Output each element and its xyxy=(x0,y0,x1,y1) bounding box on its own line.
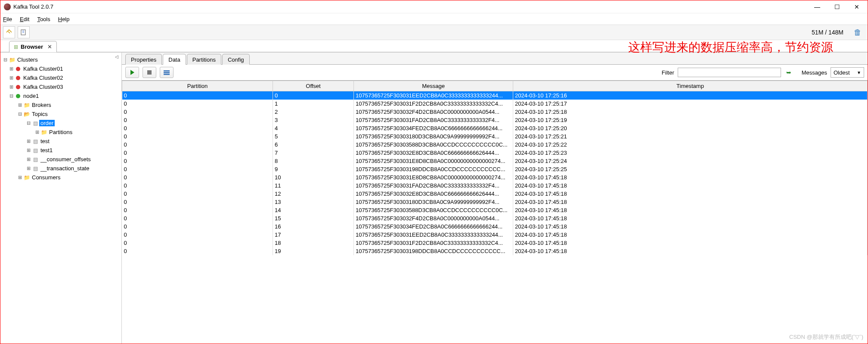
tab-data[interactable]: Data xyxy=(163,54,186,65)
tree-root-clusters[interactable]: ⊟📁 Clusters xyxy=(2,55,120,64)
table-row[interactable]: 01110757365725F303031FAD2CB8A0C333333333… xyxy=(122,181,868,190)
table-row[interactable]: 0810757365725F303031E8D8CB8A0C0000000000… xyxy=(122,157,868,165)
table-row[interactable]: 01710757365725F303031EED2CB8A0C333333333… xyxy=(122,231,868,239)
tab-partitions[interactable]: Partitions xyxy=(187,54,221,65)
menu-edit[interactable]: Edit xyxy=(20,16,29,22)
table-row[interactable]: 0910757365725F30303198DDCB8A0CCDCCCCCCCC… xyxy=(122,165,868,173)
tree-node1[interactable]: ⊟ node1 xyxy=(2,91,120,100)
table-row[interactable]: 01610757365725F303034FED2CB8A0C666666666… xyxy=(122,222,868,231)
table-row[interactable]: 0510757365725F30303180D3CB8A0C9A99999999… xyxy=(122,132,868,141)
cell-offset: 6 xyxy=(273,141,354,149)
cell-timestamp: 2024-03-10 17:25:22 xyxy=(513,141,868,149)
table-row[interactable]: 0210757365725F303032F4D2CB8A0C0000000000… xyxy=(122,108,868,116)
cell-partition: 0 xyxy=(122,141,273,149)
filter-label: Filter xyxy=(662,69,674,76)
cell-offset: 13 xyxy=(273,198,354,206)
tab-properties[interactable]: Properties xyxy=(125,54,162,65)
cell-timestamp: 2024-03-10 17:25:21 xyxy=(513,132,868,141)
cell-partition: 0 xyxy=(122,222,273,231)
cluster-tree: ⊟📁 Clusters ⊞ Kafka Cluster01 ⊞ Kafka Cl… xyxy=(0,53,121,185)
cell-message: 10757365725F303031F2D2CB8A0C333333333333… xyxy=(354,239,513,247)
cell-partition: 0 xyxy=(122,132,273,141)
table-row[interactable]: 01310757365725F30303180D3CB8A0C9A9999999… xyxy=(122,198,868,206)
cell-partition: 0 xyxy=(122,247,273,255)
play-button[interactable] xyxy=(125,67,139,78)
col-partition[interactable]: Partition xyxy=(122,81,273,91)
cell-timestamp: 2024-03-10 17:45:18 xyxy=(513,239,868,247)
toolbar-connect-button[interactable] xyxy=(3,26,15,38)
tab-config[interactable]: Config xyxy=(222,54,250,65)
cell-message: 10757365725F303032F4D2CB8A0C0000000000A0… xyxy=(354,108,513,116)
col-timestamp[interactable]: Timestamp xyxy=(513,81,868,91)
sidebar-collapse-icon[interactable]: ◁ xyxy=(114,54,120,60)
browser-tab-close[interactable]: ✕ xyxy=(47,44,52,50)
table-header-row: Partition Offset Message Timestamp xyxy=(122,81,868,91)
filter-input[interactable] xyxy=(678,68,781,77)
messages-order-select[interactable]: Oldest ▼ xyxy=(831,67,864,78)
browser-sidebar: ◁ ⊟📁 Clusters ⊞ Kafka Cluster01 ⊞ Kafka … xyxy=(0,53,122,344)
cell-offset: 5 xyxy=(273,132,354,141)
close-button[interactable]: ✕ xyxy=(847,0,867,13)
tree-consumers[interactable]: ⊞📁 Consumers xyxy=(2,173,120,182)
toolbar: 51M / 148M 🗑 xyxy=(0,25,868,40)
menu-file[interactable]: File xyxy=(3,16,12,22)
window-title: Kafka Tool 2.0.7 xyxy=(13,3,53,10)
col-offset[interactable]: Offset xyxy=(273,81,354,91)
tree-topic-consumer-offsets[interactable]: ⊞▤ __consumer_offsets xyxy=(2,155,120,164)
cell-partition: 0 xyxy=(122,124,273,132)
cell-partition: 0 xyxy=(122,91,273,100)
cell-timestamp: 2024-03-10 17:25:18 xyxy=(513,108,868,116)
cell-offset: 10 xyxy=(273,173,354,181)
cell-partition: 0 xyxy=(122,206,273,214)
toolbar-edit-button[interactable] xyxy=(18,26,30,38)
table-row[interactable]: 01010757365725F303031E8D8CB8A0C000000000… xyxy=(122,173,868,181)
menu-help[interactable]: Help xyxy=(58,16,70,22)
tree-topic-transaction-state[interactable]: ⊞▤ __transaction_state xyxy=(2,164,120,173)
table-row[interactable]: 0610757365725F30303588D3CB8A0CCDCCCCCCCC… xyxy=(122,141,868,149)
data-table-container[interactable]: Partition Offset Message Timestamp 00107… xyxy=(122,80,868,344)
watermark: CSDN @那就学有所成吧(ˉ▽ˉ) xyxy=(789,333,863,341)
tree-cluster01[interactable]: ⊞ Kafka Cluster01 xyxy=(2,64,120,73)
browser-tab[interactable]: ⊞ Browser ✕ xyxy=(9,41,57,52)
cell-message: 10757365725F30303588D3CB8A0CCDCCCCCCCCCC… xyxy=(354,141,513,149)
table-row[interactable]: 01810757365725F303031F2D2CB8A0C333333333… xyxy=(122,239,868,247)
tree-topic-order[interactable]: ⊟▤ order xyxy=(2,119,120,128)
table-row[interactable]: 0410757365725F303034FED2CB8A0C6666666666… xyxy=(122,124,868,132)
table-row[interactable]: 0310757365725F303031FAD2CB8A0C3333333333… xyxy=(122,116,868,124)
menu-tools[interactable]: Tools xyxy=(37,16,50,22)
maximize-button[interactable]: ☐ xyxy=(827,0,847,13)
edit-icon xyxy=(20,29,27,36)
cell-timestamp: 2024-03-10 17:45:18 xyxy=(513,222,868,231)
table-row[interactable]: 0110757365725F303031F2D2CB8A0C3333333333… xyxy=(122,100,868,108)
cell-message: 10757365725F303031E8D8CB8A0C000000000000… xyxy=(354,157,513,165)
menubar: File Edit Tools Help xyxy=(0,13,868,25)
apply-filter-icon[interactable]: ➥ xyxy=(784,69,793,76)
cell-message: 10757365725F303031EED2CB8A0C333333333333… xyxy=(354,91,513,100)
topic-icon: ▤ xyxy=(31,166,39,172)
main-area: ◁ ⊟📁 Clusters ⊞ Kafka Cluster01 ⊞ Kafka … xyxy=(0,52,868,344)
cell-timestamp: 2024-03-10 17:25:24 xyxy=(513,157,868,165)
table-row[interactable]: 0710757365725F303032E8D3CB8A0C6666666666… xyxy=(122,149,868,157)
tree-cluster03[interactable]: ⊞ Kafka Cluster03 xyxy=(2,82,120,91)
tree-brokers[interactable]: ⊞📁 Brokers xyxy=(2,100,120,109)
table-row[interactable]: 01510757365725F303032F4D2CB8A0C000000000… xyxy=(122,214,868,222)
minimize-button[interactable]: — xyxy=(807,0,827,13)
stop-button[interactable] xyxy=(143,67,156,78)
tree-cluster02[interactable]: ⊞ Kafka Cluster02 xyxy=(2,73,120,82)
trash-icon[interactable]: 🗑 xyxy=(850,28,865,37)
tree-topics[interactable]: ⊟📂 Topics xyxy=(2,109,120,119)
status-red-icon xyxy=(14,67,22,71)
cell-message: 10757365725F30303180D3CB8A0C9A9999999999… xyxy=(354,198,513,206)
tree-topic-test1[interactable]: ⊞▤ test1 xyxy=(2,146,120,155)
col-message[interactable]: Message xyxy=(354,81,513,91)
view-mode-button[interactable] xyxy=(160,67,174,78)
cell-message: 10757365725F30303198DDCB8A0CCDCCCCCCCCCC… xyxy=(354,247,513,255)
table-row[interactable]: 01210757365725F303032E8D3CB8A0C666666666… xyxy=(122,190,868,198)
table-row[interactable]: 01410757365725F30303588D3CB8A0CCDCCCCCCC… xyxy=(122,206,868,214)
cell-offset: 1 xyxy=(273,100,354,108)
cell-offset: 7 xyxy=(273,149,354,157)
tree-topic-test[interactable]: ⊞▤ test xyxy=(2,137,120,146)
table-row[interactable]: 01910757365725F30303198DDCB8A0CCDCCCCCCC… xyxy=(122,247,868,255)
tree-topic-order-partitions[interactable]: ⊞📁 Partitions xyxy=(2,128,120,137)
table-row[interactable]: 0010757365725F303031EED2CB8A0C3333333333… xyxy=(122,91,868,100)
